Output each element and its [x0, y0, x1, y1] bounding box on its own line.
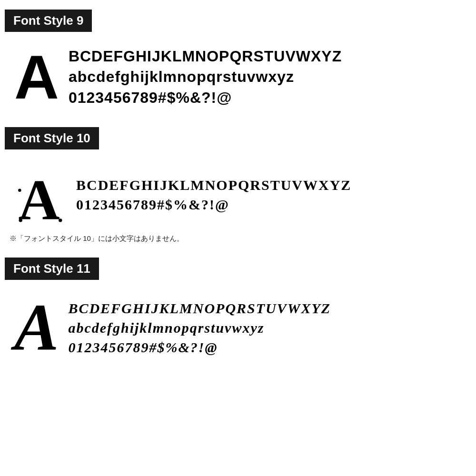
charset-line-style10-0: BCDEFGHIJKLMNOPQRSTUVWXYZ	[76, 176, 351, 194]
section-style10: Font Style 10 A BCDEFGHIJKLMNOPQRSTUVWXY…	[5, 127, 471, 243]
charset-line-style9-2: 0123456789#$%&?!@	[69, 88, 342, 108]
charset-style9: BCDEFGHIJKLMNOPQRSTUVWXYZ abcdefghijklmn…	[69, 47, 342, 108]
charset-line-style11-2: 0123456789#$%&?!@	[68, 338, 331, 357]
section-header-style9: Font Style 9	[5, 10, 92, 32]
charset-line-style11-1: abcdefghijklmnopqrstuvwxyz	[68, 318, 331, 337]
big-letter-style11: A	[14, 294, 59, 361]
svg-point-3	[18, 188, 21, 192]
section-header-style11: Font Style 11	[5, 258, 99, 280]
svg-point-1	[19, 218, 22, 222]
charset-line-style10-1: 0123456789#$%&?!@	[76, 195, 351, 214]
charset-line-style9-1: abcdefghijklmnopqrstuvwxyz	[69, 67, 342, 87]
charset-style11: BCDEFGHIJKLMNOPQRSTUVWXYZ abcdefghijklmn…	[68, 299, 331, 357]
font-demo-style11: A BCDEFGHIJKLMNOPQRSTUVWXYZ abcdefghijkl…	[5, 289, 471, 366]
note-style10: ※「フォントスタイル 10」には小文字はありません。	[10, 234, 471, 243]
charset-style10: BCDEFGHIJKLMNOPQRSTUVWXYZ 0123456789#$%&…	[76, 176, 351, 214]
charset-line-style11-0: BCDEFGHIJKLMNOPQRSTUVWXYZ	[68, 299, 331, 317]
svg-point-2	[59, 218, 62, 222]
big-letter-style9: A	[14, 46, 59, 108]
charset-line-style9-0: BCDEFGHIJKLMNOPQRSTUVWXYZ	[69, 47, 342, 67]
font-demo-style9: A BCDEFGHIJKLMNOPQRSTUVWXYZ abcdefghijkl…	[5, 41, 471, 113]
section-header-style10: Font Style 10	[5, 127, 99, 149]
font-demo-style10: A BCDEFGHIJKLMNOPQRSTUVWXYZ 0123456789#$…	[5, 159, 471, 230]
big-letter-style10: A	[14, 164, 67, 226]
svg-text:A: A	[19, 168, 60, 226]
section-style9: Font Style 9 A BCDEFGHIJKLMNOPQRSTUVWXYZ…	[5, 10, 471, 113]
section-style11: Font Style 11 A BCDEFGHIJKLMNOPQRSTUVWXY…	[5, 258, 471, 366]
